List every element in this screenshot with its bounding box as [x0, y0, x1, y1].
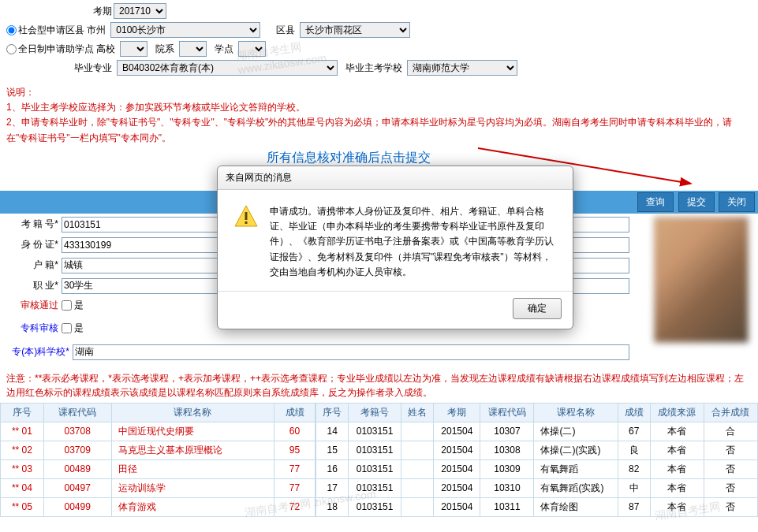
host-school-label: 毕业主考学校: [345, 61, 402, 75]
top-form: 考期 201710 社会型申请区县 市州 0100长沙市 区县 长沙市雨花区 全…: [0, 0, 758, 82]
id-label: 身 份 证*: [6, 238, 62, 251]
fulltime-radio-label: 全日制申请助学点 高校: [18, 43, 115, 56]
district-label: 区县: [276, 24, 295, 37]
zbk-school-label: 专(本)科学校*: [6, 345, 73, 359]
col-header: 姓名: [401, 403, 433, 422]
table-row[interactable]: ** 0500499体育游戏72: [1, 497, 316, 516]
school-select[interactable]: [120, 41, 147, 57]
instr-heading: 说明：: [6, 85, 752, 100]
city-select[interactable]: 0100长沙市: [110, 22, 260, 38]
col-header: 合并成绩: [704, 403, 757, 422]
svg-rect-2: [245, 212, 248, 220]
col-header: 成绩: [618, 403, 650, 422]
right-table: 序号考籍号姓名考期课程代码课程名称成绩成绩来源合并成绩 140103151201…: [316, 403, 758, 517]
instr-line2: 2、申请专科毕业时，除"专科证书号"、"专科专业"、"专科学校"外的其他星号内容…: [6, 115, 752, 145]
exam-period-select[interactable]: 201710: [114, 3, 166, 19]
table-row[interactable]: ** 0300489田径77: [1, 459, 316, 478]
col-header: 序号: [316, 403, 349, 422]
table-row[interactable]: 15010315120150410308体操(二)(实践)良本省否: [316, 441, 758, 459]
dept-label: 院系: [155, 43, 174, 56]
dept-select[interactable]: [179, 41, 207, 57]
tables: 序号课程代码课程名称成绩 ** 0103708中国近现代史纲要60** 0203…: [0, 403, 758, 517]
col-header: 课程名称: [534, 403, 618, 422]
col-header: 成绩来源: [650, 403, 704, 422]
instr-line1: 1、毕业主考学校应选择为：参加实践环节考核或毕业论文答辩的学校。: [6, 100, 752, 115]
query-button[interactable]: 查询: [637, 192, 674, 212]
col-header: 课程代码: [480, 403, 534, 422]
audit-check[interactable]: [62, 300, 72, 311]
site-select[interactable]: [238, 41, 266, 57]
zbk-school-input[interactable]: [73, 344, 629, 360]
dialog-title: 来自网页的消息: [218, 166, 573, 190]
major-label: 毕业专业: [74, 61, 112, 75]
dialog-ok-button[interactable]: 确定: [513, 298, 562, 319]
submit-button[interactable]: 提交: [678, 192, 715, 212]
district-select[interactable]: 长沙市雨花区: [300, 22, 410, 38]
col-header: 考期: [434, 403, 480, 422]
warning-icon: [233, 204, 259, 229]
job-label: 职 业*: [6, 279, 62, 292]
blue-hint-1: 所有信息核对准确后点击提交: [6, 147, 752, 168]
social-radio[interactable]: [6, 25, 17, 35]
audit-label: 审核通过: [6, 299, 62, 312]
svg-rect-3: [245, 221, 248, 224]
message-dialog: 来自网页的消息 申请成功。请携带本人身份证及复印件、相片、考籍证、单科合格证、毕…: [217, 166, 573, 329]
student-photo: [654, 217, 749, 343]
table-row[interactable]: 14010315120150410307体操(二)67本省合: [316, 422, 758, 441]
fulltime-radio[interactable]: [6, 44, 17, 54]
dialog-text: 申请成功。请携带本人身份证及复印件、相片、考籍证、单科合格证、毕业证（申办本科毕…: [270, 204, 557, 280]
table-row[interactable]: 18010315120150410311体育绘图87本省否: [316, 497, 758, 516]
table-row[interactable]: ** 0203709马克思主义基本原理概论95: [1, 441, 316, 459]
site-label: 学点: [215, 43, 233, 56]
table-row[interactable]: 16010315120150410309有氧舞蹈82本省否: [316, 459, 758, 478]
audit-value: 是: [74, 299, 84, 312]
col-header: 课程代码: [43, 403, 111, 422]
col-header: 成绩: [274, 403, 316, 422]
major-select[interactable]: B040302体育教育(本): [117, 60, 338, 76]
col-header: 序号: [1, 403, 44, 422]
left-table: 序号课程代码课程名称成绩 ** 0103708中国近现代史纲要60** 0203…: [0, 403, 316, 517]
huji-label: 户 籍*: [6, 259, 62, 272]
table-row[interactable]: 17010315120150410310有氧舞蹈(实践)中本省否: [316, 478, 758, 497]
zk-audit-value: 是: [74, 322, 84, 335]
close-button[interactable]: 关闭: [719, 192, 755, 212]
exam-period-label: 考期: [93, 5, 112, 18]
zk-audit-check[interactable]: [62, 323, 72, 333]
col-header: 考籍号: [349, 403, 401, 422]
note2: 注意：**表示必考课程，*表示选考课程，+表示加考课程，++表示选考查课程；专业…: [0, 368, 758, 403]
social-radio-label: 社会型申请区县 市州: [18, 24, 106, 37]
table-row[interactable]: ** 0103708中国近现代史纲要60: [1, 422, 316, 441]
zk-audit-label: 专科审核: [6, 322, 62, 335]
table-row[interactable]: ** 0400497运动训练学77: [1, 478, 316, 497]
host-school-select[interactable]: 湖南师范大学: [407, 60, 517, 76]
exam-id-label: 考 籍 号*: [6, 218, 62, 231]
col-header: 课程名称: [111, 403, 274, 422]
